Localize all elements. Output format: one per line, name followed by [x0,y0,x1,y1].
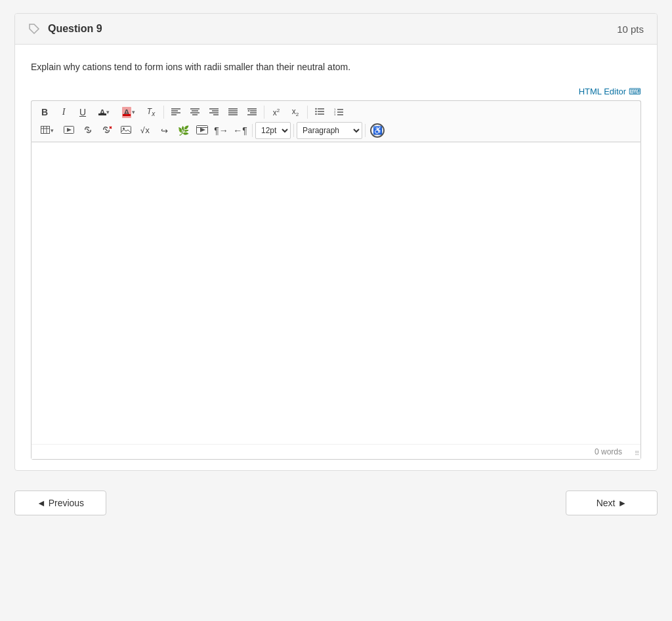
question-card: Question 9 10 pts Explain why cations te… [14,13,658,471]
rtl-icon: ←¶ [233,125,247,136]
subscript-button[interactable]: x2 [286,104,304,121]
align-left-icon [171,108,180,117]
highlight-color-icon: A [122,107,131,118]
ltr-icon: ¶→ [214,125,228,136]
align-center-button[interactable] [186,104,204,121]
align-center-icon [190,108,200,117]
media-icon [64,126,74,136]
highlight-color-swatch [123,114,131,116]
link-button[interactable] [79,122,97,139]
svg-point-21 [315,108,316,109]
media-button[interactable] [60,122,78,139]
redo-button[interactable]: ↩ [155,122,173,139]
italic-icon: I [62,107,66,117]
redo-icon: ↩ [161,126,168,136]
align-justify-icon [228,108,238,117]
toolbar-separator-6 [365,124,366,137]
bold-button[interactable]: B [35,104,54,121]
accessibility-icon: ♿ [370,123,385,138]
nav-buttons: ◄ Previous Next ► [14,491,658,515]
highlight-color-caret: ▾ [132,109,135,115]
svg-point-25 [315,113,316,114]
question-number: Question 9 [48,23,102,35]
toolbar-separator-2 [264,106,264,119]
table-button[interactable]: ▾ [35,122,59,139]
keyboard-icon: ⌨ [629,87,641,96]
bold-icon: B [41,107,48,117]
leaf-icon: 🌿 [178,125,189,136]
image-icon [121,126,131,136]
editor-area[interactable]: 0 words ⠿ [31,142,641,460]
video-icon [196,125,208,136]
font-color-button[interactable]: A ▾ [93,104,116,121]
table-caret: ▾ [51,127,54,134]
svg-point-44 [123,127,125,129]
ordered-list-button[interactable]: 1.2.3. [329,104,348,121]
svg-marker-38 [67,128,72,132]
svg-text:3.: 3. [334,113,336,115]
align-right-button[interactable] [205,104,223,121]
svg-marker-20 [247,110,249,111]
subscript-icon: x2 [292,107,299,117]
toolbar-row-1: B I U A ▾ [35,104,637,121]
highlight-color-button[interactable]: A ▾ [117,104,140,121]
ltr-button[interactable]: ¶→ [212,122,230,139]
resize-handle[interactable]: ⠿ [631,450,639,458]
toolbar-separator-1 [163,106,164,119]
word-count-label: 0 words [595,447,622,456]
toolbar-separator-5 [293,124,294,137]
svg-line-39 [87,129,89,131]
unordered-list-button[interactable] [310,104,329,121]
ordered-list-icon: 1.2.3. [334,108,343,117]
image-button[interactable] [117,122,135,139]
unlink-button[interactable] [98,122,116,139]
question-text: Explain why cations tend to form ions wi… [31,60,641,74]
align-right-icon [209,108,219,117]
question-points: 10 pts [617,24,644,35]
question-header: Question 9 10 pts [15,14,657,45]
rtl-button[interactable]: ←¶ [231,122,249,139]
paragraph-select[interactable]: Paragraph Heading 1 Heading 2 Heading 3 … [297,122,362,139]
html-editor-link[interactable]: HTML Editor [579,87,626,96]
underline-icon: U [79,107,86,117]
link-icon [83,126,93,136]
editor-content[interactable] [32,142,640,444]
question-title: Question 9 [28,23,102,35]
svg-line-40 [105,129,108,131]
align-justify-button[interactable] [224,104,242,121]
previous-button[interactable]: ◄ Previous [14,491,106,515]
italic-button[interactable]: I [54,104,73,121]
font-color-caret: ▾ [106,109,110,115]
superscript-button[interactable]: x2 [267,104,285,121]
underline-button[interactable]: U [74,104,92,121]
accessibility-button[interactable]: ♿ [368,122,387,139]
table-icon [41,126,50,136]
svg-point-23 [315,110,316,111]
unordered-list-icon [315,108,324,117]
font-color-icon: A [99,108,105,117]
indent-decrease-icon [247,108,257,117]
toolbar-separator-3 [307,106,308,119]
indent-decrease-button[interactable] [243,104,261,121]
html-editor-link-container: HTML Editor ⌨ [31,86,641,96]
equation-icon: √x [140,126,150,135]
editor-toolbar: B I U A ▾ [31,100,641,142]
svg-marker-46 [200,127,205,132]
word-count: 0 words ⠿ [32,444,640,459]
tag-icon [28,23,40,35]
question-body: Explain why cations tend to form ions wi… [15,45,657,470]
font-size-select[interactable]: 12pt 10pt 14pt 16pt 18pt 24pt [255,122,291,139]
superscript-icon: x2 [273,108,280,117]
align-left-button[interactable] [167,104,185,121]
svg-rect-33 [41,126,50,133]
font-color-swatch [98,113,106,115]
clear-format-button[interactable]: Tx [141,104,161,121]
clear-format-icon: Tx [147,107,155,117]
svg-rect-43 [121,126,131,133]
video-button[interactable] [193,122,211,139]
next-button[interactable]: Next ► [566,491,658,515]
equation-button[interactable]: √x [136,122,154,139]
unlink-icon [101,126,113,135]
toolbar-separator-4 [252,124,253,137]
leaf-button[interactable]: 🌿 [174,122,192,139]
